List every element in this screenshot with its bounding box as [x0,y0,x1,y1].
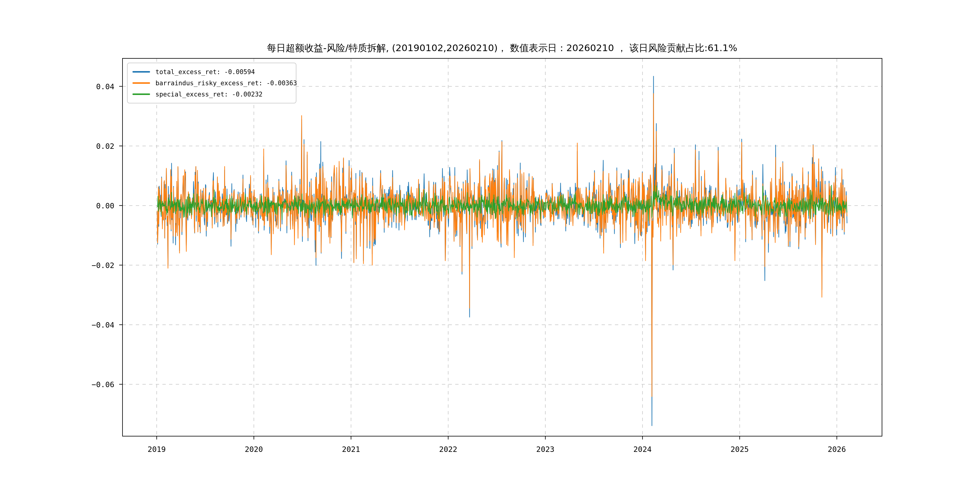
x-tick-label: 2021 [330,445,372,454]
x-tick-label: 2024 [621,445,663,454]
figure: 每日超额收益-风险/特质拆解, (20190102,20260210)， 数值表… [0,0,980,490]
legend-row-total: total_excess_ret: -0.00594 [132,66,291,78]
legend-swatch-total-line [132,71,150,73]
x-tick-label: 2025 [718,445,761,454]
y-tick-label: 0.02 [69,142,115,150]
y-tick-label: 0.04 [69,82,115,91]
x-tick-label: 2023 [524,445,566,454]
x-tick-label: 2019 [135,445,178,454]
chart-title: 每日超额收益-风险/特质拆解, (20190102,20260210)， 数值表… [267,42,737,54]
legend-label-risky: barraindus_risky_excess_ret: -0.00363 [156,80,297,87]
legend-swatch-special-line [132,94,150,95]
x-tick-label: 2022 [427,445,469,454]
legend: total_excess_ret: -0.00594 barraindus_ri… [127,63,296,103]
y-tick-label: −0.02 [69,261,115,269]
legend-row-risky: barraindus_risky_excess_ret: -0.00363 [132,78,291,89]
legend-swatch-risky-line [132,82,150,84]
y-tick-label: −0.04 [69,320,115,329]
y-tick-label: 0.00 [69,201,115,210]
x-tick-label: 2026 [816,445,858,454]
x-tick-label: 2020 [232,445,275,454]
legend-row-special: special_excess_ret: -0.00232 [132,89,291,100]
legend-label-special: special_excess_ret: -0.00232 [156,91,262,98]
y-tick-label: −0.06 [69,380,115,389]
legend-label-total: total_excess_ret: -0.00594 [156,68,255,76]
